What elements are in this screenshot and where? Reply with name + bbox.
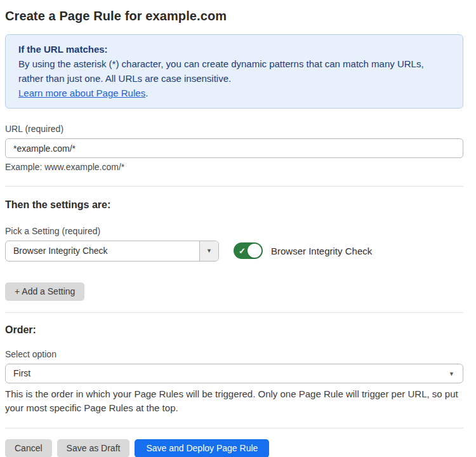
add-setting-button[interactable]: + Add a Setting (5, 282, 84, 301)
order-helper-text: This is the order in which your Page Rul… (5, 387, 463, 415)
setting-select[interactable]: Browser Integrity Check ▼ (5, 241, 219, 262)
toggle-group: ✓ Browser Integrity Check (234, 242, 372, 259)
url-field-label: URL (required) (5, 124, 463, 134)
toggle-label: Browser Integrity Check (271, 246, 372, 256)
setting-row: Browser Integrity Check ▼ ✓ Browser Inte… (5, 241, 463, 262)
info-box-body: By using the asterisk (*) character, you… (18, 56, 450, 86)
url-example-helper: Example: www.example.com/* (5, 162, 463, 172)
order-section-heading: Order: (5, 324, 463, 336)
cancel-button[interactable]: Cancel (5, 439, 52, 457)
url-match-info-box: If the URL matches: By using the asteris… (5, 34, 463, 109)
learn-more-link[interactable]: Learn more about Page Rules (18, 88, 145, 98)
page-rule-form: Create a Page Rule for example.com If th… (0, 0, 476, 457)
save-as-draft-button[interactable]: Save as Draft (57, 439, 130, 457)
save-and-deploy-button[interactable]: Save and Deploy Page Rule (135, 439, 269, 457)
order-select[interactable]: First ▼ (5, 364, 463, 383)
footer-buttons: Cancel Save as Draft Save and Deploy Pag… (5, 439, 463, 457)
info-box-link-line: Learn more about Page Rules. (18, 86, 450, 100)
link-suffix: . (145, 88, 148, 98)
settings-section-heading: Then the settings are: (5, 199, 463, 211)
chevron-down-icon: ▼ (206, 248, 212, 254)
divider (5, 186, 463, 187)
url-input[interactable] (5, 138, 463, 158)
check-icon: ✓ (239, 246, 246, 256)
setting-select-arrow-button[interactable]: ▼ (199, 241, 218, 261)
info-box-heading: If the URL matches: (18, 42, 450, 56)
divider (5, 428, 463, 428)
page-title: Create a Page Rule for example.com (5, 9, 463, 23)
pick-setting-label: Pick a Setting (required) (5, 226, 463, 236)
order-select-value: First (6, 364, 463, 383)
order-select-label: Select option (5, 349, 463, 359)
setting-select-value: Browser Integrity Check (6, 241, 199, 261)
divider (5, 312, 463, 313)
chevron-down-icon: ▼ (449, 371, 454, 376)
browser-integrity-toggle[interactable]: ✓ (234, 242, 263, 259)
toggle-knob (248, 244, 261, 258)
